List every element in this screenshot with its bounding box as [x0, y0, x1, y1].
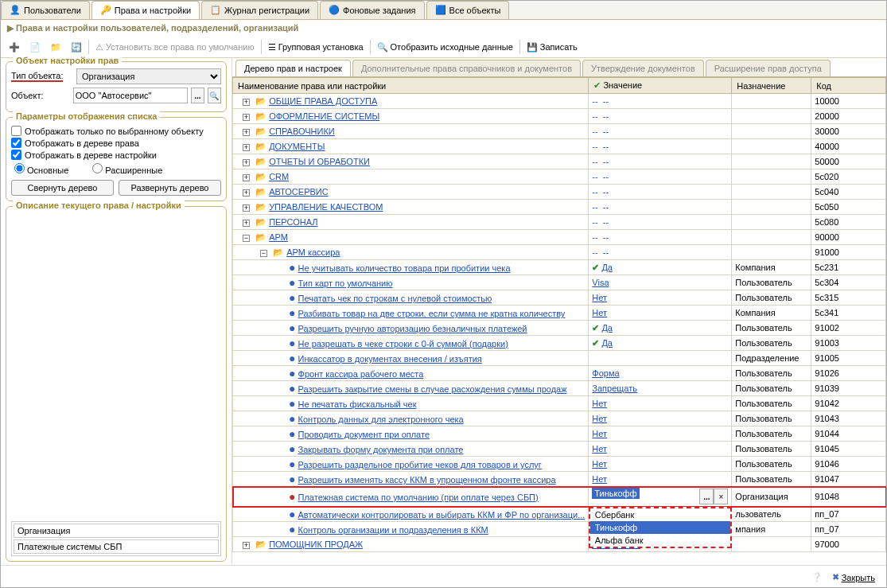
tree-toggle[interactable]: +	[243, 189, 250, 197]
table-row[interactable]: + 📂 АВТОСЕРВИС-- --5с040	[233, 185, 886, 200]
table-row[interactable]: ● Не учитывать количество товара при про…	[233, 260, 886, 275]
row-name[interactable]: Проводить документ при оплате	[298, 430, 430, 439]
row-name[interactable]: ОБЩИЕ ПРАВА ДОСТУПА	[269, 96, 377, 106]
dropdown-item[interactable]: Тинькофф	[590, 521, 730, 534]
table-row[interactable]: + 📂 ПЕРСОНАЛ-- --5с080	[233, 215, 886, 230]
row-name[interactable]: ОТЧЕТЫ И ОБРАБОТКИ	[269, 157, 370, 166]
tab-extra[interactable]: Дополнительные права справочников и доку…	[352, 60, 581, 76]
chk-only-selected[interactable]	[11, 126, 21, 136]
object-select-button[interactable]: ...	[191, 88, 204, 103]
group-set-button[interactable]: ☰ Групповая установка	[265, 41, 367, 54]
table-row[interactable]: ● Не печатать фискальный чекНетПользоват…	[233, 396, 886, 411]
row-value[interactable]: -- --	[592, 202, 609, 212]
row-name[interactable]: АРМ кассира	[286, 247, 340, 257]
table-row[interactable]: ● Закрывать форму документа при оплатеНе…	[233, 442, 886, 457]
table-row[interactable]: ● Контроль данных для электронного чекаН…	[233, 411, 886, 426]
value-select-button[interactable]: ...	[699, 489, 714, 504]
row-value[interactable]: Нет	[592, 444, 607, 454]
expand-tree-button[interactable]: Развернуть дерево	[119, 180, 221, 196]
row-value[interactable]: Запрещать	[592, 384, 637, 393]
table-row[interactable]: ● Автоматически контролировать и выбират…	[233, 507, 886, 522]
dropdown-item[interactable]: Альфа банк	[590, 534, 730, 547]
row-value[interactable]: Нет	[592, 399, 607, 408]
col-code[interactable]: Код	[811, 78, 886, 94]
table-row[interactable]: − 📂 АРМ кассира-- --91000	[233, 245, 886, 260]
row-name[interactable]: Контроль организации и подразделения в К…	[298, 525, 488, 535]
table-row[interactable]: + 📂 ПОМОЩНИК ПРОДАЖАльфа банк97000	[233, 537, 886, 552]
table-row[interactable]: ● Инкассатор в документах внесения / изъ…	[233, 351, 886, 366]
save-button[interactable]: 💾 Записать	[523, 41, 581, 54]
tree-toggle[interactable]: +	[243, 220, 250, 227]
row-name[interactable]: АРМ	[269, 232, 288, 242]
table-row[interactable]: + 📂 CRM-- --5с020	[233, 169, 886, 185]
row-name[interactable]: ДОКУМЕНТЫ	[269, 142, 325, 151]
row-value[interactable]: Да	[601, 263, 613, 272]
row-value[interactable]: Нет	[592, 429, 607, 438]
table-row[interactable]: ● Не разрешать в чеке строки с 0-й суммо…	[233, 336, 886, 351]
table-row[interactable]: + 📂 СПРАВОЧНИКИ-- --30000	[233, 124, 886, 139]
tab-jobs[interactable]: 🔵 Фоновые задания	[320, 1, 424, 19]
row-name[interactable]: Платежная система по умолчанию (при опла…	[298, 493, 539, 502]
row-name[interactable]: Разрешить ручную авторизацию безналичных…	[298, 324, 527, 333]
row-value[interactable]: -- --	[592, 247, 609, 257]
row-name[interactable]: Разрешить раздельное пробитие чеков для …	[298, 460, 542, 469]
row-value[interactable]: -- --	[592, 127, 609, 136]
close-button[interactable]: ✖ Закрыть	[829, 570, 878, 584]
table-row[interactable]: − 📂 АРМ-- --90000	[233, 230, 886, 245]
help-icon[interactable]: ❔	[811, 572, 823, 582]
collapse-tree-button[interactable]: Свернуть дерево	[11, 180, 114, 196]
row-name[interactable]: АВТОСЕРВИС	[269, 187, 329, 197]
row-name[interactable]: Фронт кассира рабочего места	[298, 369, 424, 379]
table-row[interactable]: ● Платежная система по умолчанию (при оп…	[233, 487, 886, 507]
row-value[interactable]: Да	[601, 338, 613, 348]
add-button[interactable]: ➕	[6, 41, 23, 54]
dropdown-item[interactable]: Сбербанк	[590, 508, 730, 521]
show-source-button[interactable]: 🔍 Отобразить исходные данные	[374, 41, 516, 54]
row-name[interactable]: Не печатать фискальный чек	[298, 399, 417, 409]
refresh-button[interactable]: 🔄	[68, 41, 85, 54]
tree-toggle[interactable]: +	[243, 144, 250, 151]
row-name[interactable]: Не разрешать в чеке строки с 0-й суммой …	[298, 339, 508, 349]
object-input[interactable]	[73, 88, 188, 103]
new-folder-button[interactable]: 📁	[47, 41, 64, 54]
row-value[interactable]: Нет	[592, 308, 607, 317]
row-name[interactable]: Разрешить изменять кассу ККМ в упрощенно…	[298, 475, 556, 485]
row-value[interactable]: -- --	[592, 142, 609, 151]
table-row[interactable]: + 📂 ОТЧЕТЫ И ОБРАБОТКИ-- --50000	[233, 154, 886, 169]
row-value[interactable]: Да	[601, 323, 613, 333]
row-name[interactable]: Автоматически контролировать и выбирать …	[298, 510, 585, 520]
row-name[interactable]: Не учитывать количество товара при проби…	[298, 263, 511, 273]
tree-toggle[interactable]: +	[243, 129, 250, 136]
row-value[interactable]: Visa	[592, 278, 609, 287]
row-value[interactable]: Нет	[592, 474, 607, 484]
value-clear-button[interactable]: ×	[714, 489, 728, 504]
table-row[interactable]: + 📂 УПРАВЛЕНИЕ КАЧЕСТВОМ-- --5с050	[233, 200, 886, 215]
row-value[interactable]: Форма	[592, 368, 619, 378]
row-value[interactable]: -- --	[592, 172, 609, 181]
tree-toggle[interactable]: +	[243, 174, 250, 181]
tree-toggle[interactable]: +	[243, 204, 250, 212]
radio-ext[interactable]	[92, 163, 103, 173]
row-name[interactable]: Закрывать форму документа при оплате	[298, 445, 464, 454]
table-row[interactable]: + 📂 ДОКУМЕНТЫ-- --40000	[233, 139, 886, 154]
row-value[interactable]: -- --	[592, 232, 609, 242]
row-value[interactable]: Нет	[592, 293, 607, 302]
radio-main[interactable]	[14, 163, 25, 173]
row-name[interactable]: СПРАВОЧНИКИ	[269, 127, 335, 136]
col-assign[interactable]: Назначение	[732, 78, 811, 94]
tab-approve[interactable]: Утверждение документов	[582, 60, 704, 76]
type-select[interactable]: Организация	[76, 68, 221, 84]
row-value[interactable]: -- --	[592, 111, 609, 121]
tree-toggle[interactable]: +	[243, 542, 250, 549]
row-name[interactable]: Инкассатор в документах внесения / изъят…	[298, 354, 482, 364]
row-name[interactable]: Разбивать товар на две строки, если сумм…	[298, 309, 566, 318]
tree-toggle[interactable]: −	[243, 235, 250, 242]
table-row[interactable]: ● Проводить документ при оплатеНетПользо…	[233, 426, 886, 442]
tab-rights[interactable]: 🔑 Права и настройки	[91, 1, 200, 19]
row-value[interactable]: Нет	[592, 459, 607, 469]
chk-show-rights[interactable]	[11, 138, 21, 148]
row-name[interactable]: УПРАВЛЕНИЕ КАЧЕСТВОМ	[269, 202, 383, 212]
row-value[interactable]: -- --	[592, 96, 609, 106]
row-name[interactable]: CRM	[269, 172, 289, 181]
row-value[interactable]: -- --	[592, 157, 609, 166]
